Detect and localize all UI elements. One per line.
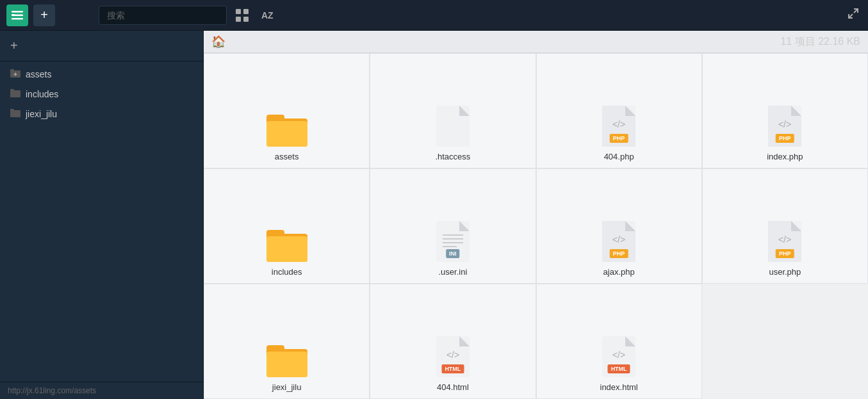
generic-file-icon	[436, 106, 470, 147]
file-item--user-ini[interactable]: INI .user.ini	[370, 168, 536, 284]
file-name: ajax.php	[603, 267, 635, 277]
file-item-assets[interactable]: assets	[204, 53, 370, 168]
file-item--htaccess[interactable]: .htaccess	[370, 53, 536, 168]
file-item-includes[interactable]: includes	[204, 168, 370, 284]
ini-file-icon: INI	[436, 221, 470, 262]
file-browser: 🏠 11 项目 22.16 KB assets	[204, 31, 868, 399]
svg-rect-11	[10, 69, 14, 72]
sidebar-item-jiexi-jilu[interactable]: jiexi_jilu	[0, 104, 203, 124]
html-file-icon: </> HTML	[602, 336, 635, 377]
sidebar-item-includes[interactable]: includes	[0, 84, 203, 104]
file-name: index.php	[767, 152, 803, 161]
sidebar-item-includes-label: includes	[26, 89, 58, 99]
php-file-icon: </> PHP	[602, 106, 635, 147]
file-browser-header: 🏠 11 项目 22.16 KB	[204, 31, 868, 53]
folder-icon	[266, 343, 307, 377]
sidebar-add-button[interactable]: +	[8, 36, 20, 56]
file-item-ajax-php[interactable]: </> PHP ajax.php	[536, 168, 702, 284]
svg-rect-4	[236, 9, 241, 14]
svg-rect-20	[266, 121, 307, 147]
svg-rect-6	[236, 17, 241, 22]
footer-url: http://jx.61ling.com/assets	[8, 386, 96, 395]
file-name: assets	[275, 152, 299, 161]
svg-text:</>: </>	[778, 234, 791, 245]
svg-text:</>: </>	[446, 350, 459, 360]
main-layout: + assets	[0, 31, 868, 399]
svg-text:</>: </>	[778, 119, 791, 129]
file-name: .htaccess	[435, 152, 470, 161]
toolbar: + AZ	[0, 0, 868, 31]
svg-rect-0	[12, 11, 23, 13]
svg-rect-7	[243, 17, 249, 22]
file-name: index.html	[600, 382, 638, 392]
file-item-index-php[interactable]: </> PHP index.php	[702, 53, 868, 168]
file-name: 404.html	[437, 382, 469, 392]
svg-rect-15	[10, 89, 14, 92]
sidebar: + assets	[0, 31, 204, 399]
file-name: includes	[272, 267, 302, 277]
folder-icon	[266, 227, 307, 262]
folder-icon-2	[10, 108, 20, 119]
file-name: user.php	[769, 267, 801, 277]
sidebar-item-assets[interactable]: assets	[0, 64, 203, 84]
grid-view-button[interactable]	[232, 6, 252, 24]
home-button[interactable]: 🏠	[211, 35, 225, 49]
svg-rect-17	[10, 109, 14, 111]
folder-icon	[10, 88, 20, 99]
search-input[interactable]	[99, 6, 227, 25]
svg-text:</>: </>	[612, 119, 625, 129]
sidebar-footer: http://jx.61ling.com/assets	[0, 382, 203, 399]
php-file-icon: </> PHP	[768, 221, 801, 262]
svg-text:</>: </>	[612, 234, 625, 245]
file-name: .user.ini	[438, 267, 467, 277]
svg-rect-35	[266, 236, 307, 262]
file-item-index-html[interactable]: </> HTML index.html	[536, 284, 702, 399]
file-grid: assets .htaccess </> PHP 404	[204, 53, 868, 399]
sidebar-items: assets includes jiexi_ji	[0, 61, 203, 126]
php-file-icon: </> PHP	[768, 106, 801, 147]
add-button[interactable]: +	[33, 4, 55, 26]
file-item-404-php[interactable]: </> PHP 404.php	[536, 53, 702, 168]
menu-button[interactable]	[6, 4, 28, 26]
php-file-icon: </> PHP	[602, 221, 635, 262]
html-file-icon: </> HTML	[436, 336, 470, 377]
sidebar-item-jiexi-jilu-label: jiexi_jilu	[26, 109, 57, 119]
file-item-jiexi-jilu[interactable]: jiexi_jilu	[204, 284, 370, 399]
item-count: 11 项目 22.16 KB	[780, 35, 860, 49]
svg-rect-3	[12, 14, 15, 16]
folder-plus-icon	[10, 69, 20, 79]
svg-rect-54	[266, 352, 307, 377]
expand-button[interactable]	[845, 5, 862, 25]
sort-button[interactable]: AZ	[258, 8, 277, 23]
sidebar-header: +	[0, 31, 203, 61]
file-name: 404.php	[604, 152, 634, 161]
svg-rect-2	[12, 18, 23, 20]
svg-rect-5	[243, 9, 249, 14]
file-item-user-php[interactable]: </> PHP user.php	[702, 168, 868, 284]
svg-text:</>: </>	[612, 350, 625, 360]
file-name: jiexi_jilu	[272, 382, 302, 392]
file-item-404-html[interactable]: </> HTML 404.html	[370, 284, 536, 399]
sidebar-item-assets-label: assets	[26, 69, 51, 79]
folder-icon	[266, 112, 307, 147]
